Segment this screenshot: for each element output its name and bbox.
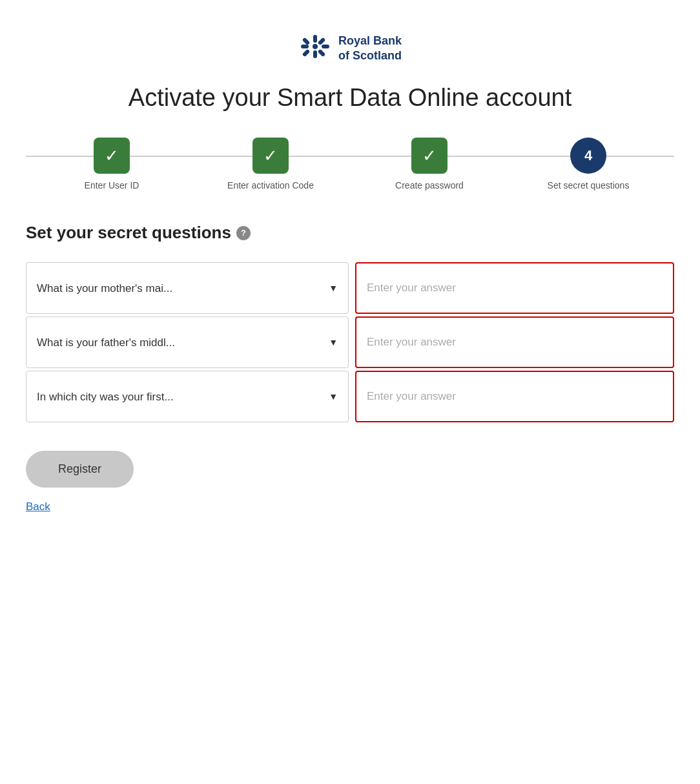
- svg-rect-1: [313, 35, 317, 43]
- svg-rect-5: [302, 37, 311, 46]
- step-4: 4 Set secret questions: [509, 138, 668, 191]
- question-select-wrapper-2[interactable]: What is your father's middl... ▼: [26, 316, 349, 368]
- back-link[interactable]: Back: [26, 500, 50, 513]
- select-arrow-2: ▼: [329, 337, 338, 347]
- help-icon[interactable]: ?: [236, 226, 251, 240]
- step-4-circle: 4: [570, 138, 606, 174]
- question-select-wrapper-3[interactable]: In which city was your first... ▼: [26, 371, 349, 422]
- question-select-3[interactable]: In which city was your first...: [37, 391, 324, 403]
- step-2-checkmark: ✓: [263, 146, 278, 166]
- answer-input-1[interactable]: [355, 262, 674, 314]
- answer-input-2[interactable]: [355, 316, 674, 368]
- page-title: Activate your Smart Data Online account: [26, 84, 674, 112]
- question-select-2[interactable]: What is your father's middl...: [37, 336, 324, 349]
- step-1-label: Enter User ID: [85, 180, 139, 191]
- rbs-logo-icon: [298, 32, 332, 65]
- question-select-1[interactable]: What is your mother's mai...: [37, 282, 324, 294]
- step-4-number: 4: [584, 147, 592, 164]
- question-rows: What is your mother's mai... ▼ What is y…: [26, 262, 674, 425]
- svg-rect-4: [322, 45, 329, 48]
- step-2-circle: ✓: [252, 138, 289, 174]
- answer-input-wrapper-3: [355, 371, 674, 422]
- step-3-checkmark: ✓: [422, 146, 437, 166]
- question-row-1: What is your mother's mai... ▼: [26, 262, 674, 314]
- question-select-wrapper-1[interactable]: What is your mother's mai... ▼: [26, 262, 349, 314]
- step-3-label: Create password: [395, 180, 464, 191]
- step-1: ✓ Enter User ID: [32, 138, 191, 191]
- section-title-text: Set your secret questions: [26, 223, 231, 243]
- question-row-2: What is your father's middl... ▼: [26, 316, 674, 368]
- step-3-circle: ✓: [411, 138, 448, 174]
- select-arrow-1: ▼: [329, 283, 338, 293]
- logo: Royal Bank of Scotland: [298, 32, 402, 65]
- logo-text: Royal Bank of Scotland: [338, 34, 402, 64]
- section-title: Set your secret questions ?: [26, 223, 674, 243]
- step-2: ✓ Enter activation Code: [191, 138, 350, 191]
- answer-input-wrapper-2: [355, 316, 674, 368]
- svg-rect-8: [318, 49, 326, 57]
- header: Royal Bank of Scotland: [26, 19, 674, 65]
- answer-input-wrapper-1: [355, 262, 674, 314]
- answer-input-3[interactable]: [355, 371, 674, 422]
- svg-rect-3: [301, 45, 309, 48]
- stepper: ✓ Enter User ID ✓ Enter activation Code …: [26, 138, 674, 191]
- step-1-circle: ✓: [94, 138, 130, 174]
- svg-rect-7: [302, 49, 311, 57]
- step-2-label: Enter activation Code: [227, 180, 314, 191]
- select-arrow-3: ▼: [329, 391, 338, 402]
- svg-point-0: [313, 44, 318, 49]
- step-1-checkmark: ✓: [105, 146, 119, 166]
- register-button[interactable]: Register: [26, 451, 134, 488]
- question-row-3: In which city was your first... ▼: [26, 371, 674, 422]
- step-4-label: Set secret questions: [548, 180, 630, 191]
- step-3: ✓ Create password: [350, 138, 509, 191]
- svg-rect-2: [313, 50, 317, 58]
- svg-rect-6: [318, 37, 326, 46]
